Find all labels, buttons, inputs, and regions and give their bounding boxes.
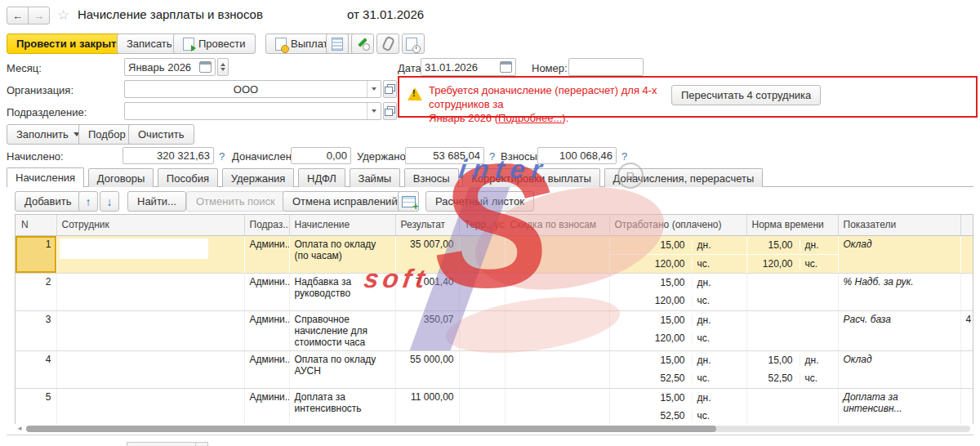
history-button[interactable] — [402, 33, 425, 54]
calendar-icon[interactable] — [199, 61, 212, 73]
withheld-help-link[interactable]: ? — [489, 150, 495, 163]
cell-extra[interactable] — [960, 273, 973, 310]
cell-discount[interactable] — [505, 310, 609, 350]
tab-deductions[interactable]: Удержания — [222, 168, 295, 187]
cell-extra[interactable] — [960, 235, 973, 273]
organization-open-button[interactable] — [383, 80, 397, 98]
cell-norm[interactable] — [746, 310, 838, 350]
cell-employee[interactable] — [56, 273, 244, 310]
calendar-icon[interactable] — [500, 61, 512, 73]
contributions-help-link[interactable]: ? — [621, 150, 627, 163]
post-and-close-button[interactable]: Провести и закрыть — [7, 33, 132, 54]
cell-norm[interactable]: 15,00дн. 52,50чс. — [746, 350, 838, 388]
cell-department[interactable]: Админи... — [244, 310, 289, 350]
payslip-button[interactable]: Расчетный листок — [425, 191, 534, 212]
tab-benefits[interactable]: Пособия — [158, 168, 218, 187]
cell-worked[interactable]: 15,00дн. 120,00чс. — [609, 310, 746, 350]
save-button[interactable]: Записать — [117, 33, 182, 54]
clear-button[interactable]: Очистить — [128, 124, 194, 145]
cell-norm[interactable]: 15,00дн. 120,00чс. — [746, 235, 838, 273]
tab-accruals[interactable]: Начисления — [7, 167, 84, 187]
add-from-list-button[interactable] — [398, 191, 419, 212]
move-up-button[interactable]: ↑ — [78, 191, 98, 212]
stepper-down-icon[interactable] — [220, 68, 225, 71]
scroll-left-arrow[interactable]: ◄ — [16, 425, 23, 432]
accrued-help-link[interactable]: ? — [219, 150, 225, 163]
contributions-field[interactable]: 100 068,46 — [537, 147, 617, 164]
edit-schedule-button[interactable] — [351, 33, 374, 54]
cell-norm[interactable] — [746, 273, 838, 310]
cell-extra[interactable] — [960, 350, 973, 388]
cell-employee[interactable] — [56, 310, 244, 350]
cell-employee[interactable] — [56, 235, 244, 273]
cell-accrual[interactable]: Оплата по окладу АУСН — [289, 350, 395, 388]
organization-field[interactable]: ООО — [124, 80, 381, 98]
month-stepper[interactable] — [217, 58, 229, 76]
cell-result[interactable]: 11 000,00 — [395, 388, 459, 424]
move-down-button[interactable]: ↓ — [100, 191, 119, 212]
cell-territory[interactable] — [459, 388, 505, 424]
cell-result[interactable]: 350,07 — [395, 310, 459, 350]
additional-field[interactable]: 0,00 — [291, 147, 351, 164]
cell-result[interactable]: 7 001,40 — [395, 273, 459, 310]
cell-indicators[interactable]: Оклад — [838, 235, 960, 273]
date-field[interactable]: 31.01.2026 — [421, 58, 516, 76]
cell-row-number[interactable]: 1 — [16, 235, 56, 273]
tab-payment-adjustments[interactable]: Корректировки выплаты — [462, 168, 600, 187]
cell-territory[interactable] — [459, 273, 505, 310]
department-field[interactable] — [124, 102, 381, 120]
cell-discount[interactable] — [505, 235, 609, 273]
tab-recalculations[interactable]: Доначисления, перерасчеты — [604, 168, 764, 187]
cell-accrual[interactable]: Надбавка за руководство — [289, 273, 395, 310]
scrollbar-thumb[interactable] — [26, 426, 716, 432]
cell-extra[interactable] — [960, 388, 973, 424]
tab-contributions[interactable]: Взносы — [404, 168, 459, 187]
cell-department[interactable]: Админи... — [244, 388, 289, 424]
cell-row-number[interactable]: 2 — [16, 273, 56, 310]
cell-employee[interactable] — [56, 388, 244, 424]
cell-norm[interactable] — [746, 388, 838, 424]
cell-discount[interactable] — [505, 350, 609, 388]
pick-button[interactable]: Подбор — [78, 124, 136, 145]
cell-department[interactable]: Админи... — [244, 273, 289, 310]
attachments-button[interactable] — [376, 33, 399, 54]
department-open-button[interactable] — [383, 102, 397, 120]
cell-discount[interactable] — [505, 273, 609, 310]
month-field[interactable]: Январь 2026 — [124, 58, 216, 76]
cell-row-number[interactable]: 3 — [16, 310, 56, 350]
cell-row-number[interactable]: 4 — [16, 350, 56, 388]
cell-territory[interactable] — [459, 310, 505, 350]
cell-indicators[interactable]: % Надб. за рук. — [838, 273, 960, 310]
cell-worked[interactable]: 15,00дн. 120,00чс. — [609, 235, 746, 273]
details-link[interactable]: Подробнее... — [498, 112, 562, 124]
cell-accrual[interactable]: Справочное начисление для стоимости часа — [289, 310, 395, 350]
tab-loans[interactable]: Займы — [350, 168, 401, 187]
favorite-star-icon[interactable]: ☆ — [57, 7, 69, 24]
cell-worked[interactable]: 15,00дн. 120,00чс. — [609, 273, 746, 310]
nav-back-button[interactable]: ← — [7, 7, 29, 25]
cancel-search-button[interactable]: Отменить поиск — [186, 191, 285, 212]
tab-contracts[interactable]: Договоры — [88, 168, 154, 187]
register-records-button[interactable] — [326, 33, 349, 54]
cell-indicators[interactable]: Доплата за интенсивн... — [838, 388, 960, 424]
cell-territory[interactable] — [459, 235, 505, 273]
recalculate-employees-button[interactable]: Пересчитать 4 сотрудника — [671, 85, 821, 105]
withheld-field[interactable]: 53 685,04 — [405, 147, 484, 164]
cell-worked[interactable]: 15,00дн. 52,50чс. — [609, 350, 746, 388]
cell-department[interactable]: Админи... — [244, 235, 289, 273]
cell-discount[interactable] — [505, 388, 609, 424]
cell-result[interactable]: 55 000,00 — [395, 350, 459, 388]
add-row-button[interactable]: Добавить — [15, 191, 81, 212]
cell-department[interactable]: Админи... — [244, 350, 289, 388]
dropdown-button[interactable] — [367, 81, 381, 97]
cell-indicators[interactable]: Оклад — [838, 350, 960, 388]
accrued-field[interactable]: 320 321,63 — [122, 147, 214, 164]
find-button[interactable]: Найти... — [127, 191, 186, 212]
cell-worked[interactable]: 15,00дн. 52,50чс. — [609, 388, 746, 424]
cell-territory[interactable] — [459, 350, 505, 388]
cell-accrual[interactable]: Оплата по окладу (по часам) — [289, 235, 395, 273]
cell-employee[interactable] — [56, 350, 244, 388]
tab-ndfl[interactable]: НДФЛ — [298, 168, 345, 187]
cell-result[interactable]: 35 007,00 — [395, 235, 459, 273]
cell-accrual[interactable]: Доплата за интенсивность — [289, 388, 395, 424]
